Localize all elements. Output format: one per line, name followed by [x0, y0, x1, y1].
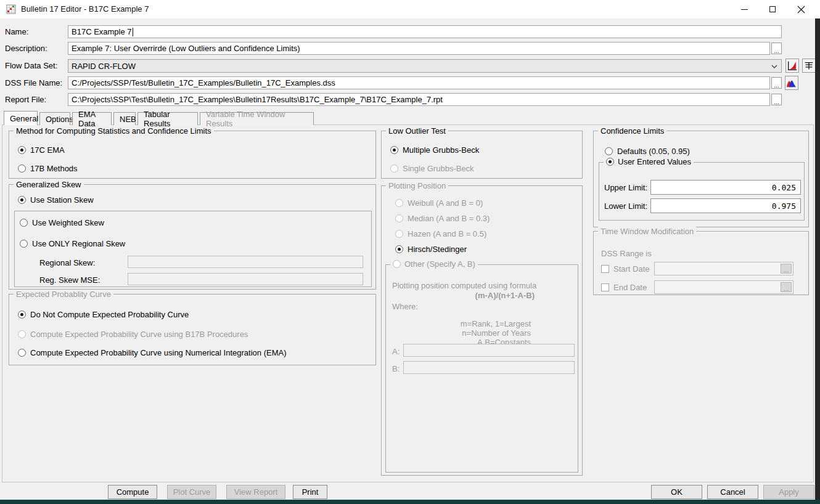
radio-do-not-compute-epc[interactable]: Do Not Compute Expected Probability Curv…: [18, 309, 189, 319]
radio-use-station-skew[interactable]: Use Station Skew: [18, 195, 94, 205]
minimize-icon: [741, 9, 748, 10]
flow-data-set-select[interactable]: RAPID CR-FLOW: [68, 59, 782, 73]
flow-data-set-value: RAPID CR-FLOW: [72, 62, 136, 71]
maximize-button[interactable]: [758, 0, 787, 18]
radio-multiple-grubbs-beck[interactable]: Multiple Grubbs-Beck: [390, 145, 479, 155]
radio-defaults[interactable]: Defaults (0.05, 0.95): [605, 146, 690, 156]
distribution-icon: [786, 78, 797, 89]
plot-curve-icon: [787, 60, 798, 71]
radio-icon: [18, 165, 26, 173]
plot-curve-button: Plot Curve: [167, 485, 216, 499]
start-date-browse-button: ...: [781, 264, 792, 274]
tab-general[interactable]: General: [4, 111, 38, 125]
data-table-icon-button[interactable]: [802, 59, 816, 73]
tab-label: NEB: [120, 115, 136, 124]
dss-file-input[interactable]: C:/Projects/SSP/Test/Bulletin_17C_Exampl…: [68, 76, 770, 89]
b-input: [403, 361, 575, 374]
desktop-background-right: [815, 18, 820, 504]
radio-icon: [18, 349, 26, 357]
skew-mse-input: [128, 273, 363, 285]
where-definitions: m=Rank, 1=Largest n=Number of Years A,B=…: [461, 319, 531, 347]
description-label: Description:: [5, 42, 67, 55]
radio-use-weighted-skew[interactable]: Use Weighted Skew: [20, 217, 104, 227]
checkbox-label: Start Date: [613, 264, 650, 274]
radio-icon: [395, 245, 403, 253]
start-date-input: ...: [654, 262, 793, 275]
regional-skew-label: Regional Skew:: [39, 258, 95, 267]
upper-limit-value: 0.025: [772, 183, 796, 192]
formula-intro-text: Plotting position computed using formula: [392, 281, 536, 290]
other-specify-group: Other (Specify A, B) Plotting position c…: [385, 264, 578, 473]
low-outlier-test-group: Low Outlier Test Multiple Grubbs-Beck Si…: [381, 131, 583, 179]
end-date-browse-button: ...: [781, 282, 792, 292]
maximize-icon: [769, 6, 776, 12]
checkbox-icon: [601, 283, 609, 291]
minimize-button[interactable]: [730, 0, 758, 18]
dss-file-browse-button[interactable]: ...: [771, 77, 782, 89]
radio-icon: [606, 158, 614, 166]
browse-ellipsis: ...: [784, 286, 789, 291]
confidence-limits-group-title: Confidence Limits: [598, 126, 666, 136]
radio-label: Hirsch/Stedinger: [408, 245, 467, 254]
radio-icon: [395, 199, 403, 207]
tab-neb[interactable]: NEB: [113, 112, 136, 125]
description-browse-button[interactable]: ...: [771, 43, 782, 54]
description-input[interactable]: Example 7: User Overrirde (Low Outliers …: [68, 42, 770, 55]
plotting-position-group: Plotting Position Weibull (A and B = 0) …: [381, 185, 583, 476]
radio-label: Weibull (A and B = 0): [408, 198, 483, 208]
close-button[interactable]: [787, 0, 815, 18]
b-label: B:: [392, 364, 400, 373]
radio-17b-methods[interactable]: 17B Methods: [18, 163, 78, 173]
lower-limit-value: 0.975: [772, 201, 796, 211]
desktop-background-bottom: [0, 500, 820, 504]
tab-variable-time-window-results: Variable Time Window Results: [200, 112, 314, 125]
tab-options[interactable]: Options: [39, 112, 70, 125]
title-bar[interactable]: Bulletin 17 Editor - B17C Example 7: [0, 0, 820, 18]
radio-17c-ema[interactable]: 17C EMA: [18, 145, 65, 155]
radio-use-only-regional-skew[interactable]: Use ONLY Regional Skew: [20, 238, 125, 248]
regional-skew-box: Use Weighted Skew Use ONLY Regional Skew…: [14, 211, 372, 287]
radio-icon: [18, 146, 26, 154]
bulletin-17-editor-window: Bulletin 17 Editor - B17C Example 7 Name…: [0, 0, 820, 504]
radio-label: Use ONLY Regional Skew: [32, 239, 125, 248]
confidence-limits-group: Confidence Limits Defaults (0.05, 0.95) …: [593, 131, 809, 227]
radio-user-entered-values[interactable]: User Entered Values: [604, 157, 694, 166]
report-file-value: C:\Projects\SSP\Test\Bulletin_17C_Exampl…: [72, 95, 443, 104]
name-input[interactable]: B17C Example 7: [68, 25, 782, 38]
print-button[interactable]: Print: [293, 485, 327, 499]
tab-label: Tabular Results: [144, 110, 192, 128]
radio-icon: [390, 165, 398, 173]
app-icon: [6, 4, 16, 14]
method-group: Method for Computing Statistics and Conf…: [9, 131, 376, 179]
ok-button[interactable]: OK: [651, 485, 702, 499]
a-label: A:: [392, 347, 400, 356]
report-file-input[interactable]: C:\Projects\SSP\Test\Bulletin_17C_Exampl…: [68, 93, 770, 106]
description-value: Example 7: User Overrirde (Low Outliers …: [72, 44, 300, 53]
upper-limit-input[interactable]: 0.025: [650, 180, 801, 195]
window-title: Bulletin 17 Editor - B17C Example 7: [21, 0, 149, 18]
button-label: OK: [671, 487, 683, 497]
checkbox-label: End Date: [613, 283, 647, 292]
distribution-icon-button[interactable]: [785, 76, 798, 90]
radio-icon: [390, 146, 398, 154]
button-label: View Report: [234, 487, 278, 497]
where-line: m=Rank, 1=Largest: [461, 319, 531, 328]
cancel-button[interactable]: Cancel: [707, 485, 758, 499]
report-file-browse-button[interactable]: ...: [771, 94, 782, 105]
radio-hirsch-stedinger[interactable]: Hirsch/Stedinger: [395, 244, 467, 254]
radio-icon: [18, 196, 26, 204]
radio-weibull: Weibull (A and B = 0): [395, 198, 483, 208]
radio-icon: [393, 260, 401, 268]
lower-limit-label: Lower Limit:: [604, 201, 647, 211]
lower-limit-input[interactable]: 0.975: [650, 198, 801, 213]
radio-compute-epc-numerical[interactable]: Compute Expected Probability Curve using…: [18, 348, 286, 357]
radio-hazen: Hazen (A and B = 0.5): [395, 229, 486, 238]
radio-label: 17C EMA: [30, 145, 65, 155]
tab-ema-data[interactable]: EMA Data: [72, 112, 112, 125]
plot-curve-icon-button[interactable]: [785, 59, 799, 73]
where-line: n=Number of Years: [461, 328, 531, 338]
tab-label: Options: [46, 115, 73, 124]
tab-tabular-results[interactable]: Tabular Results: [137, 112, 198, 125]
compute-button[interactable]: Compute: [108, 485, 157, 499]
expected-probability-curve-group: Expected Probablity Curve Do Not Compute…: [9, 294, 376, 365]
